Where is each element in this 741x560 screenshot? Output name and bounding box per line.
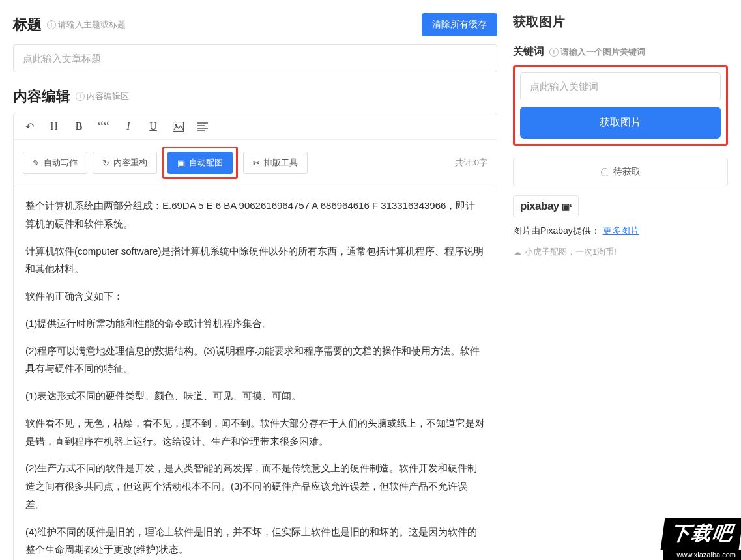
watermark-url: www.xiazaiba.com [663, 550, 741, 560]
title-hint: i 请输入主题或标题 [47, 19, 126, 31]
paragraph: 计算机软件(computer software)是指计算机系统中除硬件以外的所有… [25, 242, 485, 279]
sidebar: 获取图片 关键词 i 请输入一个图片关键词 获取图片 待获取 pixabay ▣… [513, 13, 728, 560]
pixabay-logo: pixabay ▣¹ [513, 195, 579, 217]
get-image-title: 获取图片 [513, 13, 728, 31]
paragraph: 整个计算机系统由两部分组成：E.69DA 5 E 6 BA 9062616964… [25, 197, 485, 233]
restructure-button[interactable]: ↻ 内容重构 [93, 152, 157, 174]
typeset-button[interactable]: ✂ 排版工具 [243, 152, 308, 174]
undo-icon[interactable]: ↶ [23, 120, 36, 133]
paragraph: (4)维护不同的硬件是旧的，理论上软件是旧的，并不坏，但实际上软件也是旧的和坏的… [25, 523, 485, 559]
editor-hint: i 内容编辑区 [76, 91, 129, 102]
clear-cache-button[interactable]: 清除所有缓存 [422, 13, 497, 36]
bold-icon[interactable]: B [72, 120, 85, 133]
editor-body[interactable]: 整个计算机系统由两部分组成：E.69DA 5 E 6 BA 9062616964… [14, 186, 497, 560]
align-icon[interactable] [196, 120, 209, 133]
quote-icon[interactable]: ““ [97, 120, 110, 133]
gallery-icon: ▣ [177, 158, 185, 168]
paragraph: (1)表达形式不同的硬件类型、颜色、味道、可见、可摸、可闻。 [25, 387, 485, 405]
get-image-button[interactable]: 获取图片 [520, 107, 721, 139]
camera-icon: ▣¹ [562, 202, 572, 212]
autoimage-highlight: ▣ 自动配图 [162, 147, 238, 179]
editor-section-label: 内容编辑 [13, 87, 70, 106]
cloud-icon: ☁ [513, 247, 521, 257]
refresh-icon: ↻ [102, 158, 109, 168]
title-section-label: 标题 [13, 15, 42, 35]
article-title-input[interactable] [13, 44, 497, 72]
main-column: 标题 i 请输入主题或标题 清除所有缓存 内容编辑 i 内容编辑区 ↶ [13, 13, 497, 560]
more-images-link[interactable]: 更多图片 [603, 225, 639, 236]
svg-point-1 [175, 124, 177, 126]
image-icon[interactable] [171, 120, 184, 133]
paragraph: 软件的正确含义如下： [25, 287, 485, 305]
svg-rect-0 [173, 122, 183, 131]
info-icon: i [549, 48, 559, 57]
watermark: 下载吧 www.xiazaiba.com [663, 518, 741, 560]
paragraph: (1)提供运行时所需功能和性能的命令或计算机程序集合。 [25, 315, 485, 333]
keyword-input[interactable] [520, 72, 721, 100]
spinner-icon [601, 168, 609, 176]
provider-text: 图片由Pixabay提供： 更多图片 [513, 225, 728, 237]
editor-section: 内容编辑 i 内容编辑区 ↶ H B ““ I U [13, 87, 497, 560]
pencil-icon: ✎ [33, 158, 40, 168]
format-toolbar: ↶ H B ““ I U [14, 113, 497, 140]
italic-icon[interactable]: I [122, 120, 135, 133]
keyword-label: 关键词 [513, 45, 544, 59]
keyword-hint: i 请输入一个图片关键词 [549, 46, 645, 58]
underline-icon[interactable]: U [147, 120, 160, 133]
paragraph: (2)程序可以满意地处理信息的数据结构。(3)说明程序功能要求和程序需要的文档的… [25, 342, 485, 378]
keyword-highlight-box: 获取图片 [513, 65, 728, 146]
auto-image-button[interactable]: ▣ 自动配图 [167, 152, 233, 174]
watermark-text: 下载吧 [661, 518, 741, 550]
action-toolbar: ✎ 自动写作 ↻ 内容重构 ▣ 自动配图 ✂ [14, 140, 497, 186]
keyword-label-row: 关键词 i 请输入一个图片关键词 [513, 45, 728, 59]
paragraph: 软件看不见，无色，枯燥，看不见，摸不到，闻不到。软件大部分存在于人们的头脑或纸上… [25, 414, 485, 451]
info-icon: i [47, 20, 56, 29]
footer-note: ☁ 小虎子配图，一次1淘币! [513, 246, 728, 258]
title-row: 标题 i 请输入主题或标题 清除所有缓存 [13, 13, 497, 36]
paragraph: (2)生产方式不同的软件是开发，是人类智能的高发挥，而不是传统意义上的硬件制造。… [25, 459, 485, 513]
pending-status: 待获取 [513, 158, 728, 186]
typeset-icon: ✂ [253, 158, 260, 168]
editor-container: ↶ H B ““ I U ✎ 自动写作 [13, 113, 497, 560]
heading-icon[interactable]: H [48, 120, 61, 133]
auto-write-button[interactable]: ✎ 自动写作 [23, 152, 87, 174]
word-count: 共计:0字 [455, 157, 487, 169]
info-icon: i [76, 92, 85, 101]
